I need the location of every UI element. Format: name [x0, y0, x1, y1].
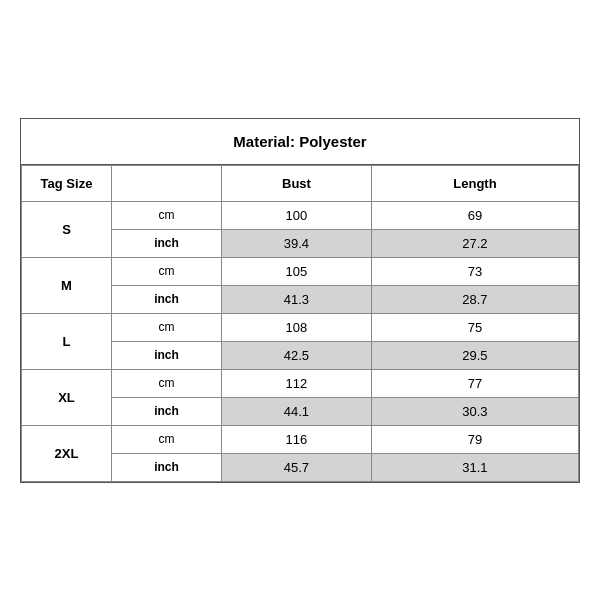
unit-cm: cm [112, 201, 222, 229]
length-inch: 30.3 [371, 397, 578, 425]
col-header-bust: Bust [222, 165, 372, 201]
length-cm: 69 [371, 201, 578, 229]
unit-inch: inch [112, 341, 222, 369]
length-cm: 77 [371, 369, 578, 397]
size-chart-container: Material: Polyester Tag Size Bust Length… [20, 118, 580, 483]
unit-inch: inch [112, 229, 222, 257]
bust-cm: 112 [222, 369, 372, 397]
col-header-tag-size: Tag Size [22, 165, 112, 201]
col-header-length: Length [371, 165, 578, 201]
size-label: S [22, 201, 112, 257]
length-inch: 28.7 [371, 285, 578, 313]
length-inch: 27.2 [371, 229, 578, 257]
col-header-empty [112, 165, 222, 201]
size-table: Tag Size Bust Length S cm 100 69 inch 39… [21, 165, 579, 482]
length-inch: 29.5 [371, 341, 578, 369]
bust-inch: 44.1 [222, 397, 372, 425]
bust-cm: 100 [222, 201, 372, 229]
unit-inch: inch [112, 285, 222, 313]
unit-inch: inch [112, 453, 222, 481]
table-row: XL cm 112 77 [22, 369, 579, 397]
bust-inch: 45.7 [222, 453, 372, 481]
table-row: L cm 108 75 [22, 313, 579, 341]
length-cm: 73 [371, 257, 578, 285]
length-cm: 75 [371, 313, 578, 341]
bust-inch: 41.3 [222, 285, 372, 313]
unit-cm: cm [112, 369, 222, 397]
size-label: L [22, 313, 112, 369]
bust-inch: 42.5 [222, 341, 372, 369]
table-row: 2XL cm 116 79 [22, 425, 579, 453]
unit-cm: cm [112, 313, 222, 341]
table-row: S cm 100 69 [22, 201, 579, 229]
size-label: 2XL [22, 425, 112, 481]
size-label: XL [22, 369, 112, 425]
unit-cm: cm [112, 257, 222, 285]
table-row: M cm 105 73 [22, 257, 579, 285]
unit-cm: cm [112, 425, 222, 453]
bust-cm: 105 [222, 257, 372, 285]
unit-inch: inch [112, 397, 222, 425]
chart-title: Material: Polyester [21, 119, 579, 165]
length-cm: 79 [371, 425, 578, 453]
bust-cm: 108 [222, 313, 372, 341]
bust-cm: 116 [222, 425, 372, 453]
bust-inch: 39.4 [222, 229, 372, 257]
length-inch: 31.1 [371, 453, 578, 481]
size-label: M [22, 257, 112, 313]
